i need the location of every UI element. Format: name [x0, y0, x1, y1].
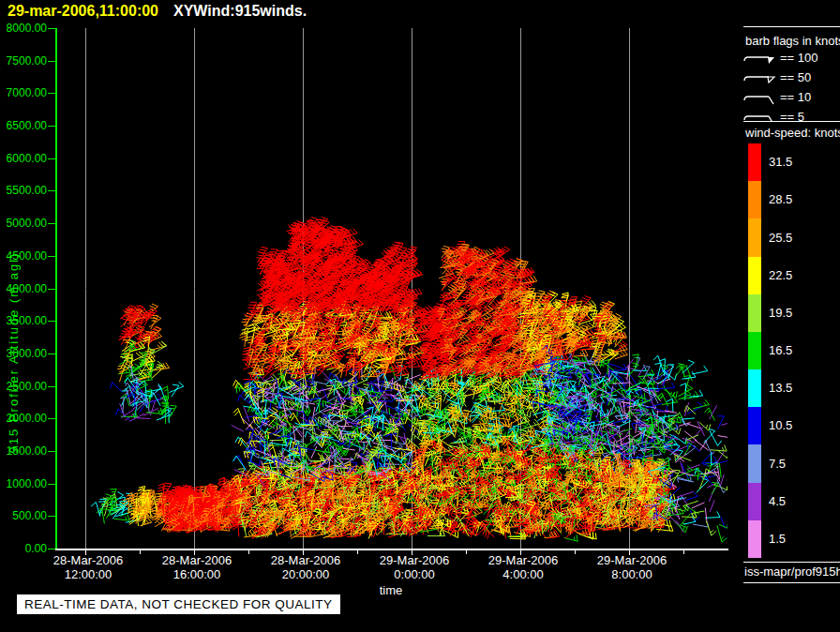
- y-tick-mark: [48, 484, 55, 485]
- legend-separator: [743, 26, 840, 27]
- x-minor-tick-mark: [575, 550, 576, 554]
- y-tick-label: 5000.00: [0, 217, 47, 230]
- y-tick-mark: [48, 418, 55, 419]
- speed-swatch: [748, 332, 761, 369]
- y-tick-mark: [48, 289, 55, 290]
- x-tick-time: 4:00:00: [462, 567, 584, 581]
- wind-barb-plot: [57, 28, 728, 549]
- legend-separator: [743, 121, 840, 122]
- speed-label: 7.5: [769, 457, 786, 471]
- header: 29-mar-2006,11:00:00XYWind:915winds.: [8, 3, 307, 20]
- y-tick-label: 7500.00: [0, 54, 47, 68]
- timestamp: 29-mar-2006,11:00:00: [8, 3, 158, 19]
- y-tick-label: 500.00: [0, 509, 47, 522]
- y-tick-mark: [48, 93, 55, 94]
- x-tick-label: 29-Mar-20064:00:00: [462, 553, 584, 581]
- flag-filled-icon: [742, 49, 776, 67]
- speed-swatch: [748, 483, 761, 520]
- legend-separator: [743, 562, 840, 563]
- speed-label: 31.5: [769, 155, 792, 169]
- y-tick-label: 3500.00: [0, 314, 47, 327]
- disclaimer-banner: REAL-TIME DATA, NOT CHECKED FOR QUALITY: [17, 594, 340, 614]
- x-minor-tick-mark: [140, 550, 141, 554]
- full-barb-icon: [742, 88, 776, 106]
- x-tick-time: 8:00:00: [571, 567, 693, 581]
- x-tick-label: 28-Mar-200616:00:00: [136, 553, 258, 581]
- speed-swatch: [748, 143, 761, 181]
- speed-label: 28.5: [769, 192, 792, 206]
- barb-legend-row: == 5: [742, 108, 804, 127]
- speed-swatch: [748, 257, 761, 294]
- x-tick-time: 12:00:00: [27, 567, 149, 581]
- wind-profiler-screen: 29-mar-2006,11:00:00XYWind:915winds. 915…: [0, 0, 840, 632]
- x-axis-line: [55, 549, 728, 550]
- y-tick-label: 2500.00: [0, 380, 47, 393]
- y-tick-mark: [48, 256, 55, 257]
- page-title: XYWind:915winds.: [173, 3, 307, 19]
- y-tick-label: 5500.00: [0, 184, 47, 197]
- x-tick-label: 28-Mar-200620:00:00: [245, 553, 367, 581]
- speed-swatch: [748, 444, 761, 483]
- x-axis-title: time: [353, 583, 428, 597]
- x-tick-date: 29-Mar-2006: [571, 553, 693, 567]
- x-tick-date: 28-Mar-2006: [136, 553, 258, 567]
- credit-text: iss-mapr/prof915h: [744, 564, 840, 579]
- legend-panel: barb flags in knots == 100== 50== 10== 5…: [741, 0, 840, 632]
- speed-swatch: [748, 181, 761, 218]
- barb-legend-title: barb flags in knots: [745, 34, 840, 48]
- y-tick-mark: [48, 451, 55, 452]
- y-tick-mark: [48, 549, 55, 549]
- x-tick-label: 29-Mar-20068:00:00: [571, 553, 693, 581]
- y-tick-label: 1500.00: [0, 444, 47, 458]
- speed-label: 16.5: [769, 343, 792, 357]
- y-tick-label: 4500.00: [0, 249, 47, 263]
- y-tick-mark: [48, 61, 55, 62]
- x-minor-tick-mark: [466, 550, 467, 554]
- speed-swatch: [748, 407, 761, 444]
- x-minor-tick-mark: [683, 550, 684, 554]
- speed-swatch: [748, 218, 761, 257]
- y-tick-label: 1000.00: [0, 477, 47, 490]
- x-tick-label: 29-Mar-20060:00:00: [353, 553, 475, 581]
- y-tick-label: 7000.00: [0, 86, 47, 99]
- speed-swatch: [748, 369, 761, 407]
- barb-legend-row: == 100: [742, 49, 818, 68]
- speed-label: 10.5: [769, 418, 792, 432]
- x-tick-date: 28-Mar-2006: [245, 553, 367, 567]
- x-tick-date: 29-Mar-2006: [462, 553, 584, 567]
- y-tick-mark: [48, 223, 55, 224]
- speed-label: 1.5: [769, 532, 786, 546]
- x-tick-time: 16:00:00: [136, 567, 258, 581]
- barb-legend-label: == 100: [780, 51, 818, 65]
- half-barb-icon: [742, 108, 776, 126]
- y-tick-label: 3000.00: [0, 347, 47, 360]
- x-minor-tick-mark: [248, 550, 249, 554]
- x-minor-tick-mark: [357, 550, 358, 554]
- y-tick-mark: [48, 126, 55, 127]
- barb-legend-row: == 50: [742, 68, 811, 87]
- barb-legend-label: == 50: [780, 70, 811, 84]
- speed-label: 25.5: [769, 231, 792, 245]
- x-tick-time: 20:00:00: [245, 567, 367, 581]
- y-tick-mark: [48, 386, 55, 387]
- y-tick-label: 6000.00: [0, 152, 47, 165]
- y-tick-mark: [48, 190, 55, 191]
- speed-label: 13.5: [769, 381, 792, 395]
- speed-label: 22.5: [769, 268, 792, 282]
- x-tick-date: 28-Mar-2006: [27, 553, 149, 567]
- speed-swatch: [748, 520, 761, 558]
- x-tick-label: 28-Mar-200612:00:00: [27, 553, 149, 581]
- speed-swatch: [748, 294, 761, 332]
- speed-label: 19.5: [769, 306, 792, 320]
- y-tick-mark: [48, 158, 55, 159]
- y-tick-mark: [48, 321, 55, 322]
- x-tick-date: 29-Mar-2006: [353, 553, 475, 567]
- barb-legend-label: == 5: [780, 110, 804, 124]
- speed-label: 4.5: [769, 494, 786, 508]
- y-tick-label: 2000.00: [0, 412, 47, 425]
- y-tick-mark: [48, 516, 55, 517]
- y-tick-label: 4000.00: [0, 282, 47, 295]
- barb-legend-label: == 10: [780, 90, 811, 104]
- x-tick-time: 0:00:00: [353, 567, 475, 581]
- y-tick-mark: [48, 354, 55, 354]
